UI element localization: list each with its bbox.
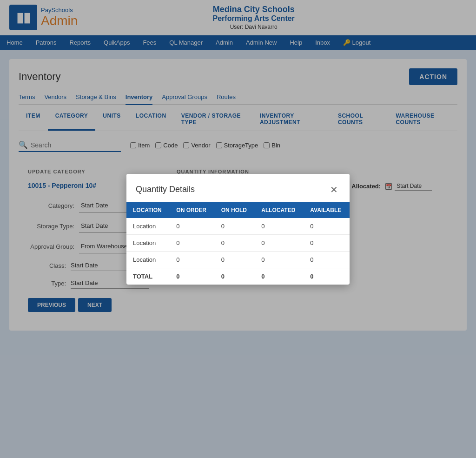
table-row: Location 0 0 0 0 xyxy=(126,234,350,251)
cell-allocated-3: 0 xyxy=(255,251,304,268)
col-on-order: ON ORDER xyxy=(170,202,214,218)
cell-on-order-2: 0 xyxy=(170,234,214,251)
cell-available-1: 0 xyxy=(304,218,350,235)
cell-on-hold-2: 0 xyxy=(215,234,255,251)
col-allocated: ALLOCATED xyxy=(255,202,304,218)
modal-title: Quantity Details xyxy=(136,185,195,194)
modal-header: Quantity Details ✕ xyxy=(126,174,350,202)
quantity-details-modal: Quantity Details ✕ LOCATION ON ORDER ON … xyxy=(126,174,350,285)
cell-allocated-1: 0 xyxy=(255,218,304,235)
quantity-details-table: LOCATION ON ORDER ON HOLD ALLOCATED AVAI… xyxy=(126,202,350,285)
modal-body: LOCATION ON ORDER ON HOLD ALLOCATED AVAI… xyxy=(126,202,350,285)
modal-table-header-row: LOCATION ON ORDER ON HOLD ALLOCATED AVAI… xyxy=(126,202,350,218)
modal-table-head: LOCATION ON ORDER ON HOLD ALLOCATED AVAI… xyxy=(126,202,350,218)
cell-total-label: TOTAL xyxy=(126,268,170,285)
cell-on-hold-1: 0 xyxy=(215,218,255,235)
cell-total-on-order: 0 xyxy=(170,268,214,285)
cell-available-2: 0 xyxy=(304,234,350,251)
cell-on-hold-3: 0 xyxy=(215,251,255,268)
cell-total-available: 0 xyxy=(304,268,350,285)
cell-available-3: 0 xyxy=(304,251,350,268)
cell-location-3: Location xyxy=(126,251,170,268)
modal-table-body: Location 0 0 0 0 Location 0 0 0 0 Lo xyxy=(126,218,350,285)
cell-allocated-2: 0 xyxy=(255,234,304,251)
cell-on-order-1: 0 xyxy=(170,218,214,235)
cell-location-2: Location xyxy=(126,234,170,251)
modal-close-button[interactable]: ✕ xyxy=(327,183,340,196)
cell-total-on-hold: 0 xyxy=(215,268,255,285)
cell-location-1: Location xyxy=(126,218,170,235)
col-available: AVAILABLE xyxy=(304,202,350,218)
col-location: LOCATION xyxy=(126,202,170,218)
table-row: Location 0 0 0 0 xyxy=(126,251,350,268)
modal-overlay: Quantity Details ✕ LOCATION ON ORDER ON … xyxy=(0,0,476,345)
col-on-hold: ON HOLD xyxy=(215,202,255,218)
total-row: TOTAL 0 0 0 0 xyxy=(126,268,350,285)
cell-total-allocated: 0 xyxy=(255,268,304,285)
table-row: Location 0 0 0 0 xyxy=(126,218,350,235)
cell-on-order-3: 0 xyxy=(170,251,214,268)
